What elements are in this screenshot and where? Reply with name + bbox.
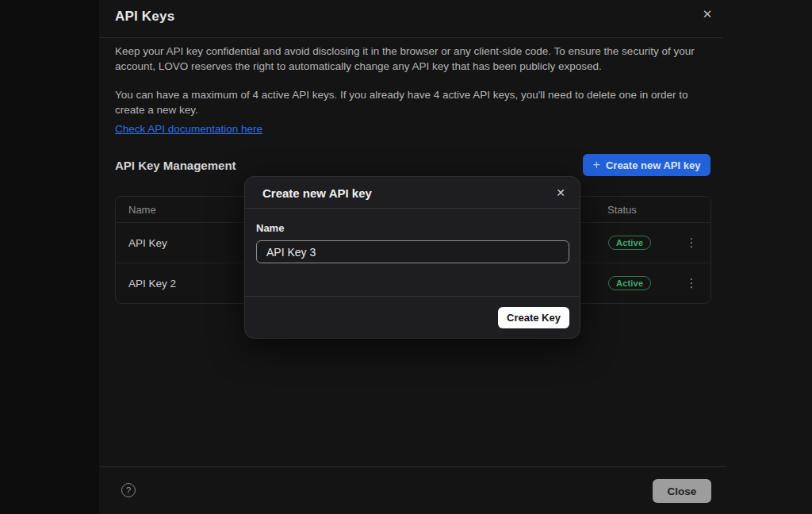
create-key-modal: Create new API key ✕ Name Create Key: [244, 176, 580, 339]
modal-header: Create new API key ✕: [245, 177, 580, 209]
panel-close-icon[interactable]: ✕: [698, 5, 717, 24]
page-title: API Keys: [115, 9, 174, 25]
kebab-menu-icon[interactable]: ⋮: [684, 274, 699, 292]
key-limit-description: You can have a maximum of 4 active API k…: [115, 88, 716, 117]
confidentiality-description: Keep your API key confidential and avoid…: [115, 44, 716, 74]
status-badge: Active: [608, 236, 651, 250]
section-title-key-management: API Key Management: [115, 159, 236, 172]
modal-footer-divider: [245, 296, 580, 297]
plus-icon: +: [593, 159, 600, 171]
status-badge: Active: [608, 276, 651, 290]
key-name-cell: API Key: [128, 237, 167, 249]
name-column-header: Name: [128, 204, 156, 216]
create-new-api-key-label: Create new API key: [606, 159, 700, 171]
key-name-cell: API Key 2: [128, 278, 176, 290]
status-column-header: Status: [607, 204, 637, 216]
footer-divider: [99, 466, 726, 467]
create-new-api-key-button[interactable]: + Create new API key: [583, 154, 710, 176]
header-divider: [99, 37, 722, 38]
api-docs-link[interactable]: Check API documentation here: [115, 123, 262, 135]
kebab-menu-icon[interactable]: ⋮: [684, 234, 699, 251]
modal-title: Create new API key: [262, 186, 372, 200]
name-input[interactable]: [256, 240, 569, 263]
name-label: Name: [256, 222, 284, 234]
modal-close-icon[interactable]: ✕: [551, 183, 570, 202]
create-key-button[interactable]: Create Key: [498, 307, 569, 328]
close-button[interactable]: Close: [653, 479, 711, 503]
help-icon[interactable]: ?: [121, 483, 136, 497]
